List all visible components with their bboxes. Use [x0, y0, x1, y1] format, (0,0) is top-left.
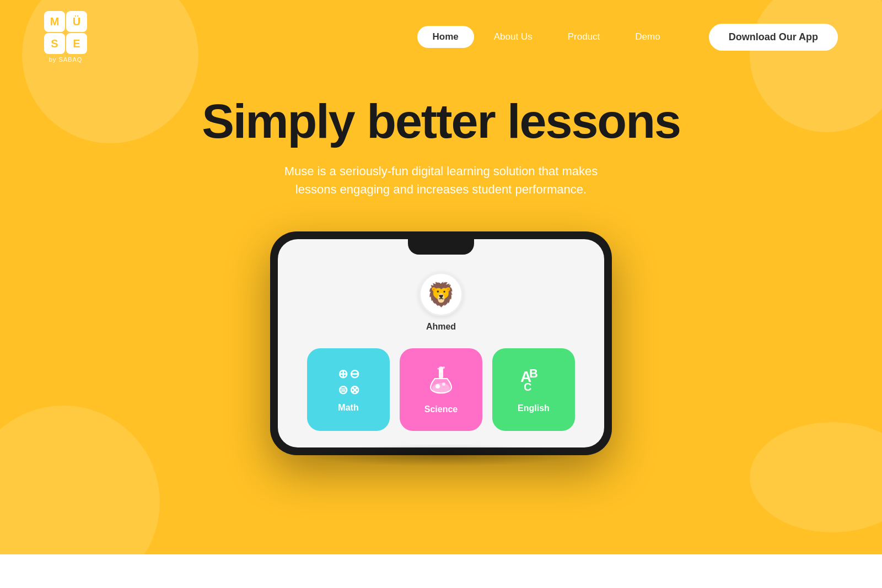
phone-wrapper: 🦁 Ahmed ⊕⊖ ⊜⊗: [270, 231, 612, 455]
svg-point-4: [439, 369, 443, 373]
svg-point-3: [442, 382, 445, 386]
avatar-name: Ahmed: [426, 322, 456, 332]
nav-home[interactable]: Home: [417, 26, 474, 48]
phone-notch: [408, 239, 474, 255]
math-icon: ⊕⊖ ⊜⊗: [338, 367, 359, 397]
science-icon: [429, 365, 453, 399]
english-label: English: [518, 403, 550, 413]
logo-subtitle: by SABAQ: [49, 56, 83, 63]
navbar: M Ü S E by SABAQ Home About Us Product D…: [0, 0, 882, 74]
logo-letter-u: Ü: [66, 11, 87, 32]
svg-point-6: [438, 368, 439, 369]
hero-section: M Ü S E by SABAQ Home About Us Product D…: [0, 0, 882, 554]
logo-letter-m: M: [44, 11, 65, 32]
download-app-button[interactable]: Download Our App: [709, 24, 838, 51]
english-card[interactable]: A B C English: [492, 348, 575, 431]
science-label: Science: [424, 404, 458, 414]
math-label: Math: [338, 403, 358, 413]
nav-links: Home About Us Product Demo: [417, 26, 676, 48]
logo: M Ü S E by SABAQ: [44, 11, 87, 63]
phone-shadow: [303, 444, 579, 466]
hero-title: Simply better lessons: [11, 96, 871, 147]
app-content: 🦁 Ahmed ⊕⊖ ⊜⊗: [294, 272, 588, 431]
nav-product[interactable]: Product: [552, 26, 616, 48]
avatar: 🦁: [419, 272, 463, 316]
logo-letters: M Ü S E: [44, 11, 87, 54]
phone-container: 🦁 Ahmed ⊕⊖ ⊜⊗: [11, 231, 871, 455]
phone-screen: 🦁 Ahmed ⊕⊖ ⊜⊗: [278, 239, 604, 447]
svg-text:C: C: [524, 381, 531, 393]
avatar-section: 🦁 Ahmed: [419, 272, 463, 332]
svg-point-2: [435, 384, 440, 389]
science-card[interactable]: Science: [400, 348, 482, 431]
svg-point-5: [443, 366, 445, 369]
math-card[interactable]: ⊕⊖ ⊜⊗ Math: [307, 348, 390, 431]
nav-about[interactable]: About Us: [478, 26, 548, 48]
hero-content: Simply better lessons Muse is a seriousl…: [0, 74, 882, 488]
subject-cards: ⊕⊖ ⊜⊗ Math: [294, 348, 588, 431]
english-icon: A B C: [519, 366, 548, 398]
logo-letter-e: E: [66, 33, 87, 54]
phone-mockup: 🦁 Ahmed ⊕⊖ ⊜⊗: [270, 231, 612, 455]
nav-demo[interactable]: Demo: [620, 26, 675, 48]
bottom-section: [0, 554, 882, 588]
logo-letter-s: S: [44, 33, 65, 54]
hero-subtitle: Muse is a seriously-fun digital learning…: [265, 162, 617, 198]
svg-text:B: B: [529, 366, 538, 380]
